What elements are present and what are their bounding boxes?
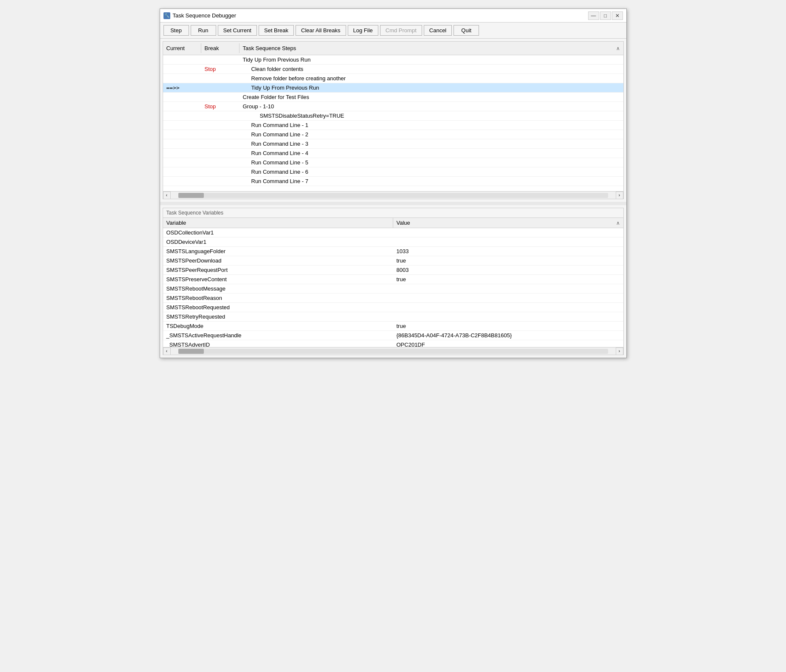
variable-row[interactable]: SMSTSRebootMessage: [163, 284, 623, 294]
variable-row[interactable]: SMSTSPreserveContenttrue: [163, 275, 623, 284]
table-row[interactable]: Run Command Line - 5: [163, 158, 623, 167]
current-cell: [163, 177, 201, 186]
var-scrollbar-track[interactable]: [178, 349, 608, 354]
variable-row[interactable]: SMSTSRebootRequested: [163, 303, 623, 312]
table-row[interactable]: Run Command Line - 7: [163, 177, 623, 186]
variable-row[interactable]: _SMSTSActiveRequestHandle{86B345D4-A04F-…: [163, 331, 623, 340]
break-cell: [201, 149, 239, 158]
task-sequence-horizontal-scrollbar[interactable]: ‹ ›: [163, 191, 623, 199]
cmd-prompt-button: Cmd Prompt: [380, 25, 422, 36]
current-cell: ==>>: [163, 83, 201, 92]
scroll-left-arrow[interactable]: ‹: [163, 192, 171, 199]
restore-button[interactable]: □: [600, 11, 611, 20]
table-row[interactable]: Create Folder for Test Files: [163, 93, 623, 102]
table-row[interactable]: Run Command Line - 4: [163, 149, 623, 158]
scrollbar-thumb[interactable]: [178, 193, 204, 198]
table-row[interactable]: Run Command Line - 2: [163, 130, 623, 139]
variable-value-cell: true: [393, 256, 623, 265]
set-current-button[interactable]: Set Current: [218, 25, 257, 36]
task-sequence-table-body[interactable]: Tidy Up From Previous RunStopClean folde…: [163, 55, 623, 191]
window-title: Task Sequence Debugger: [173, 12, 237, 19]
variables-table-body[interactable]: OSDCollectionVar1OSDDeviceVar1SMSTSLangu…: [163, 228, 623, 347]
minimize-button[interactable]: —: [588, 11, 599, 20]
variable-row[interactable]: OSDDeviceVar1: [163, 237, 623, 247]
step-cell: Run Command Line - 2: [239, 130, 623, 139]
scroll-right-arrow[interactable]: ›: [616, 192, 623, 199]
variable-name-cell: TSDebugMode: [163, 322, 393, 330]
table-row[interactable]: Tidy Up From Previous Run: [163, 55, 623, 65]
variable-row[interactable]: SMSTSPeerDownloadtrue: [163, 256, 623, 265]
quit-button[interactable]: Quit: [454, 25, 479, 36]
log-file-button[interactable]: Log File: [348, 25, 378, 36]
step-cell: Clean folder contents: [239, 65, 623, 73]
variable-row[interactable]: SMSTSRebootReason: [163, 294, 623, 303]
table-row[interactable]: ==>>Tidy Up From Previous Run: [163, 83, 623, 93]
step-cell: Group - 1-10: [239, 102, 623, 111]
var-scroll-left-arrow[interactable]: ‹: [163, 347, 171, 355]
step-cell: Run Command Line - 7: [239, 177, 623, 186]
steps-sort-icon: ∧: [616, 45, 620, 51]
variable-name-cell: SMSTSRetryRequested: [163, 312, 393, 321]
table-row[interactable]: SMSTSDisableStatusRetry=TRUE: [163, 111, 623, 121]
step-button[interactable]: Step: [163, 25, 189, 36]
variable-row[interactable]: TSDebugModetrue: [163, 322, 623, 331]
table-row[interactable]: Run Command Line - 3: [163, 139, 623, 149]
scrollbar-track[interactable]: [178, 193, 608, 198]
step-cell: Run Command Line - 6: [239, 167, 623, 176]
break-cell: [201, 121, 239, 130]
break-cell: [201, 74, 239, 83]
run-button[interactable]: Run: [191, 25, 216, 36]
variables-table-header: Variable Value ∧: [163, 218, 623, 228]
var-scrollbar-thumb[interactable]: [178, 349, 204, 354]
current-cell: [163, 102, 201, 111]
current-cell: [163, 167, 201, 176]
variable-value-cell: [393, 237, 623, 246]
table-row[interactable]: StopGroup - 1-10: [163, 102, 623, 111]
clear-all-breaks-button[interactable]: Clear All Breaks: [296, 25, 346, 36]
break-column-header: Break: [201, 43, 239, 53]
task-sequence-table-header: Current Break Task Sequence Steps ∧: [163, 42, 623, 55]
panel-separator: [160, 202, 626, 205]
close-button[interactable]: ✕: [612, 11, 623, 20]
cancel-button[interactable]: Cancel: [424, 25, 452, 36]
variables-horizontal-scrollbar[interactable]: ‹ ›: [163, 347, 623, 355]
variable-row[interactable]: SMSTSRetryRequested: [163, 312, 623, 322]
variable-row[interactable]: SMSTSLanguageFolder1033: [163, 247, 623, 256]
variable-column-header: Variable: [163, 218, 393, 228]
task-sequence-panel: Current Break Task Sequence Steps ∧ Tidy…: [163, 41, 624, 199]
variables-panel: Task Sequence Variables Variable Value ∧…: [163, 208, 624, 355]
var-scroll-right-arrow[interactable]: ›: [616, 347, 623, 355]
variable-row[interactable]: OSDCollectionVar1: [163, 228, 623, 237]
toolbar: StepRunSet CurrentSet BreakClear All Bre…: [160, 23, 626, 39]
variable-name-cell: SMSTSPeerRequestPort: [163, 265, 393, 274]
table-row[interactable]: Run Command Line - 6: [163, 167, 623, 177]
set-break-button[interactable]: Set Break: [259, 25, 294, 36]
current-cell: [163, 149, 201, 158]
current-cell: [163, 139, 201, 148]
current-cell: [163, 130, 201, 139]
variable-value-cell: [393, 294, 623, 302]
value-sort-icon: ∧: [616, 220, 620, 226]
variable-row[interactable]: _SMSTSAdvertIDOPC201DF: [163, 340, 623, 347]
break-cell: [201, 130, 239, 139]
app-icon: 🔧: [163, 12, 170, 19]
variables-panel-title: Task Sequence Variables: [163, 208, 623, 218]
current-cell: [163, 65, 201, 73]
break-cell: [201, 158, 239, 167]
step-cell: Run Command Line - 5: [239, 158, 623, 167]
title-bar-left: 🔧 Task Sequence Debugger: [163, 12, 237, 19]
table-row[interactable]: Remove folder before creating another: [163, 74, 623, 83]
step-cell: SMSTSDisableStatusRetry=TRUE: [239, 111, 623, 120]
variable-row[interactable]: SMSTSPeerRequestPort8003: [163, 265, 623, 275]
current-column-header: Current: [163, 43, 201, 53]
variable-name-cell: SMSTSPeerDownload: [163, 256, 393, 265]
step-cell: Tidy Up From Previous Run: [239, 83, 623, 92]
current-cell: [163, 111, 201, 120]
table-row[interactable]: Run Command Line - 1: [163, 121, 623, 130]
step-cell: Remove folder before creating another: [239, 74, 623, 83]
table-row[interactable]: StopClean folder contents: [163, 65, 623, 74]
break-cell: [201, 177, 239, 186]
current-cell: [163, 55, 201, 64]
variable-name-cell: OSDCollectionVar1: [163, 228, 393, 237]
steps-column-header: Task Sequence Steps ∧: [239, 43, 623, 53]
